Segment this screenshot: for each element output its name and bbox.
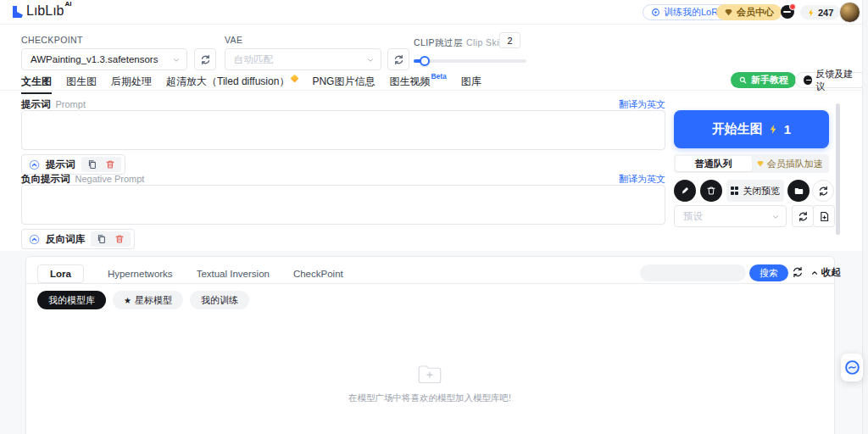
- queue-vip-option[interactable]: 会员插队加速: [752, 156, 828, 171]
- tab-textual-inversion[interactable]: Textual Inversion: [197, 269, 270, 279]
- tab-hypernetworks[interactable]: Hypernetworks: [108, 269, 173, 279]
- chevron-down-icon: [771, 213, 780, 221]
- logo-text: LıbLıb: [26, 3, 64, 18]
- checkpoint-select[interactable]: AWPainting_v1.3.safetensors: [21, 48, 187, 70]
- feedback-button[interactable]: 反馈及建议: [795, 72, 868, 88]
- close-preview-button[interactable]: 关闭预览: [726, 180, 784, 202]
- copy-icon[interactable]: [87, 159, 97, 170]
- queue-switch: 普通队列 会员插队加速: [674, 154, 829, 173]
- credits-badge[interactable]: 247: [800, 5, 840, 19]
- reset-button[interactable]: [812, 180, 834, 202]
- tab-text2img[interactable]: 文生图: [21, 75, 52, 94]
- preset-refresh-button[interactable]: [792, 205, 814, 227]
- prompt-actions: [81, 157, 121, 172]
- tab-checkpoint[interactable]: CheckPoint: [293, 269, 343, 279]
- clip-skip-slider-handle[interactable]: [420, 56, 430, 66]
- negative-prompt-input[interactable]: [21, 185, 665, 225]
- vae-select[interactable]: 自动匹配: [225, 48, 381, 70]
- negative-prompt-label-en: Negative Prompt: [75, 174, 145, 184]
- collapse-circle-icon: [29, 159, 40, 170]
- lightning-icon: [807, 8, 815, 18]
- tab-lora[interactable]: Lora: [37, 264, 84, 283]
- vae-refresh-button[interactable]: [387, 48, 409, 70]
- refresh-icon: [818, 186, 829, 197]
- model-search-input[interactable]: [640, 264, 746, 281]
- refresh-icon: [798, 211, 809, 222]
- collapse-circle-icon: [29, 234, 40, 245]
- grid-icon: [731, 186, 739, 195]
- empty-folder-icon: [417, 363, 442, 385]
- tutorial-button[interactable]: 新手教程: [731, 72, 796, 88]
- refresh-icon: [393, 54, 404, 65]
- logo[interactable]: LıbLıbAI: [10, 3, 71, 19]
- support-widget-button[interactable]: [841, 353, 863, 381]
- target-icon: [651, 8, 660, 17]
- trash-icon: [706, 186, 716, 196]
- checkpoint-refresh-button[interactable]: [194, 48, 216, 70]
- negative-library-bar[interactable]: 反向词库: [21, 229, 135, 249]
- gem-icon: [756, 159, 765, 168]
- panel-scrollbar[interactable]: [836, 103, 840, 235]
- preset-select[interactable]: 预设: [674, 205, 787, 227]
- avatar[interactable]: [839, 2, 860, 23]
- save-preset-button[interactable]: [813, 205, 835, 227]
- chevron-up-icon: [810, 269, 819, 277]
- chip-starred-models[interactable]: ★ 星标模型: [113, 291, 183, 309]
- document-add-icon: [819, 211, 830, 222]
- tab-img2img[interactable]: 图生图: [66, 75, 97, 94]
- negative-prompt-label: 负向提示词: [21, 173, 70, 186]
- collapse-button[interactable]: 收起: [810, 266, 841, 279]
- model-tabs-divider: [26, 283, 834, 284]
- tab-png-info[interactable]: PNG图片信息: [312, 75, 375, 94]
- chevron-down-icon: [366, 56, 375, 64]
- notification-dot: [789, 3, 796, 10]
- support-widget-icon: [844, 359, 860, 376]
- model-refresh-button[interactable]: [792, 266, 804, 278]
- tab-img2video[interactable]: 图生视频Beta: [389, 75, 446, 94]
- lightning-icon: [768, 123, 779, 136]
- logo-mark-icon: [10, 4, 25, 19]
- model-filter-chips: 我的模型库 ★ 星标模型 我的训练: [37, 291, 249, 309]
- beta-badge: Beta: [431, 72, 446, 81]
- page-scrollbar[interactable]: [862, 0, 868, 434]
- logo-sup: AI: [64, 0, 71, 8]
- folder-icon: [793, 186, 804, 197]
- prompt-library-label: 提示词: [46, 159, 75, 171]
- empty-state-text: 在模型广场中将喜欢的模型加入模型库吧!: [260, 392, 599, 404]
- chip-my-models[interactable]: 我的模型库: [37, 291, 106, 309]
- model-tabs: Lora Hypernetworks Textual Inversion Che…: [37, 264, 343, 284]
- model-search-button[interactable]: 搜索: [749, 264, 788, 281]
- clip-skip-slider[interactable]: [414, 59, 526, 63]
- gem-icon: [724, 8, 733, 17]
- translate-link[interactable]: 翻译为英文: [619, 173, 665, 186]
- prompt-label-en: Prompt: [56, 99, 86, 109]
- tab-gallery[interactable]: 图库: [461, 75, 481, 94]
- chevron-down-icon: [172, 56, 181, 64]
- magnifier-icon: [738, 75, 748, 85]
- vae-label: VAE: [225, 35, 242, 45]
- clear-button[interactable]: [700, 180, 722, 202]
- queue-normal-option[interactable]: 普通队列: [676, 156, 752, 171]
- prompt-label-row: 提示词 Prompt 翻译为英文: [21, 98, 665, 111]
- generate-button[interactable]: 开始生图 1: [674, 110, 829, 148]
- feedback-icon: [804, 75, 812, 85]
- tab-postprocess[interactable]: 后期处理: [111, 75, 152, 94]
- trash-icon[interactable]: [114, 234, 125, 244]
- prompt-input[interactable]: [21, 110, 665, 150]
- refresh-icon: [200, 54, 211, 65]
- tab-upscale[interactable]: 超清放大（Tiled diffusion）: [166, 75, 298, 94]
- brush-icon: [680, 186, 690, 196]
- negative-actions: [91, 231, 131, 247]
- star-icon: ★: [124, 296, 131, 305]
- inpaint-brush-button[interactable]: [674, 180, 696, 202]
- translate-link[interactable]: 翻译为英文: [619, 98, 665, 111]
- chip-my-training[interactable]: 我的训练: [190, 291, 249, 309]
- gallery-folder-button[interactable]: [787, 180, 810, 202]
- trash-icon[interactable]: [105, 159, 115, 170]
- member-center-button[interactable]: 会员中心: [716, 4, 782, 20]
- notification-icon[interactable]: [781, 5, 794, 19]
- copy-icon[interactable]: [97, 234, 107, 244]
- clip-skip-value[interactable]: 2: [499, 32, 520, 48]
- liblib-app: LıbLıbAI 训练我的LoRA 会员中心 247 CHECKPOINT AW…: [0, 0, 868, 434]
- prompt-library-bar[interactable]: 提示词: [21, 154, 125, 175]
